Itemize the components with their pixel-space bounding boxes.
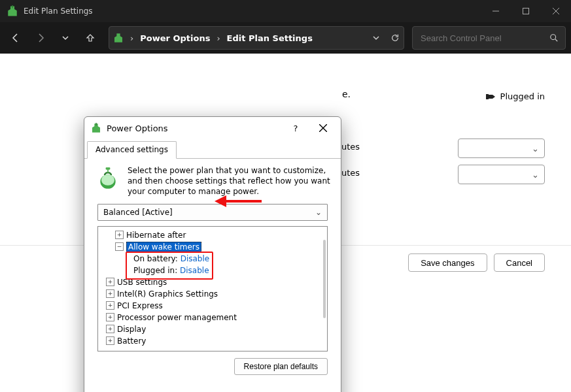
plugged-in-label: Plugged in (500, 91, 545, 101)
forward-button[interactable] (30, 27, 51, 48)
svg-rect-0 (12, 5, 13, 8)
expand-icon[interactable] (115, 231, 124, 239)
dialog-title: Power Options (107, 123, 168, 133)
recent-locations-button[interactable] (55, 27, 76, 48)
tree-display[interactable]: Display (117, 325, 146, 334)
restore-plan-defaults-button[interactable]: Restore plan defaults (234, 358, 328, 375)
svg-line-6 (555, 39, 558, 42)
cancel-button[interactable]: Cancel (494, 253, 545, 272)
tree-hibernate-after[interactable]: Hibernate after (126, 231, 186, 240)
scrollbar-thumb[interactable] (323, 240, 326, 318)
search-input[interactable] (419, 33, 549, 44)
sleep-timeout-plugged-dropdown[interactable]: ⌄ (458, 165, 545, 184)
maximize-button[interactable] (511, 0, 541, 22)
svg-point-5 (551, 35, 556, 40)
expand-icon[interactable] (106, 278, 114, 286)
breadcrumb-root[interactable]: Power Options (140, 33, 210, 43)
tree-graphics-settings[interactable]: Intel(R) Graphics Settings (117, 289, 218, 299)
dialog-close-button[interactable] (312, 117, 334, 139)
plugged-in-label: Plugged in: (133, 266, 177, 275)
bg-fragment-dot: e. (342, 89, 351, 99)
expand-icon[interactable] (106, 289, 114, 298)
svg-rect-13 (106, 167, 111, 169)
tab-bar: Advanced settings (84, 140, 341, 159)
chevron-down-icon: ⌄ (532, 144, 539, 154)
power-options-dialog: Power Options ? Advanced settings (84, 116, 341, 392)
save-changes-button[interactable]: Save changes (408, 253, 487, 272)
display-timeout-plugged-dropdown[interactable]: ⌄ (458, 139, 545, 158)
minimize-button[interactable] (481, 0, 511, 22)
power-options-icon (91, 123, 101, 133)
tab-advanced-settings[interactable]: Advanced settings (87, 141, 177, 159)
dialog-description: Select the power plan that you want to c… (128, 165, 330, 197)
svg-rect-7 (95, 123, 96, 125)
expand-icon[interactable] (106, 301, 114, 310)
collapse-icon[interactable] (115, 242, 124, 251)
power-plan-selected: Balanced [Active] (103, 208, 173, 217)
window-title: Edit Plan Settings (24, 7, 93, 16)
expand-icon[interactable] (106, 336, 114, 345)
address-dropdown-button[interactable] (372, 34, 380, 42)
tree-pci-express[interactable]: PCI Express (117, 301, 163, 310)
chevron-down-icon: ⌄ (532, 170, 539, 180)
chevron-down-icon: ⌄ (315, 208, 322, 217)
back-button[interactable] (5, 27, 26, 48)
location-icon (113, 33, 124, 43)
plug-icon (482, 93, 496, 101)
search-box[interactable] (412, 26, 566, 50)
settings-tree[interactable]: Hibernate after Allow wake timers On bat… (97, 226, 328, 351)
bg-fragment-1: utes (341, 142, 360, 152)
tree-battery[interactable]: Battery (117, 336, 146, 346)
power-options-app-icon (7, 5, 18, 17)
svg-point-11 (101, 174, 114, 186)
tree-usb-settings[interactable]: USB settings (117, 278, 167, 287)
power-plan-select[interactable]: Balanced [Active] ⌄ (97, 204, 328, 221)
expand-icon[interactable] (106, 313, 114, 321)
svg-rect-2 (523, 8, 529, 14)
breadcrumb-current[interactable]: Edit Plan Settings (227, 33, 313, 43)
explorer-navbar: › Power Options › Edit Plan Settings (0, 22, 571, 54)
chevron-right-icon: › (216, 33, 220, 43)
page-content: e. Plugged in utes ⌄ utes ⌄ Save changes… (0, 54, 571, 392)
power-plan-icon (95, 165, 121, 191)
refresh-button[interactable] (390, 33, 400, 42)
bg-fragment-2: utes (341, 168, 360, 178)
titlebar: Edit Plan Settings (0, 0, 571, 22)
tree-allow-wake-timers[interactable]: Allow wake timers (126, 242, 201, 252)
tree-processor-power-management[interactable]: Processor power management (117, 313, 237, 322)
chevron-right-icon: › (130, 33, 133, 43)
on-battery-label: On battery: (133, 254, 178, 263)
plugged-in-header: Plugged in (482, 91, 545, 101)
help-button[interactable]: ? (285, 117, 307, 139)
close-button[interactable] (541, 0, 571, 22)
up-button[interactable] (80, 27, 101, 48)
plugged-in-value[interactable]: Disable (180, 266, 209, 275)
expand-icon[interactable] (106, 325, 114, 333)
address-bar[interactable]: › Power Options › Edit Plan Settings (109, 26, 404, 50)
on-battery-value[interactable]: Disable (181, 254, 210, 263)
search-icon[interactable] (549, 33, 559, 42)
